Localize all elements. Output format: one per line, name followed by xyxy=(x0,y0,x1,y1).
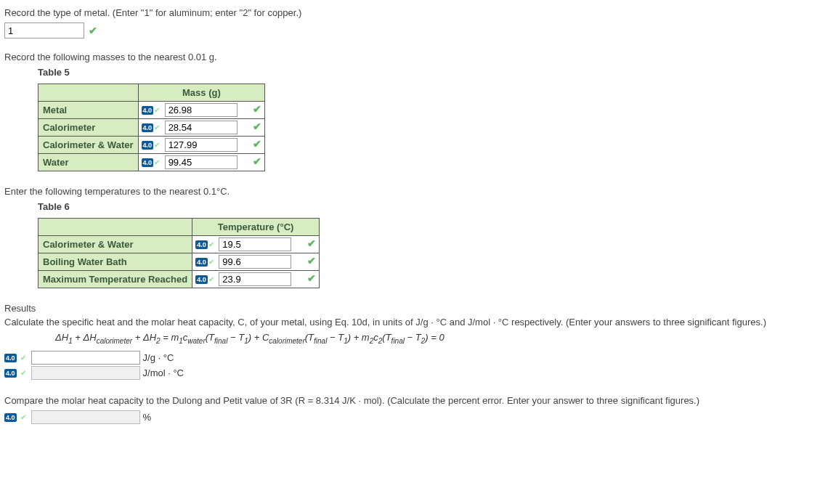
check-icon: ✔ xyxy=(307,272,316,284)
table6-title: Table 6 xyxy=(38,201,824,212)
row-label: Calorimeter & Water xyxy=(38,236,192,253)
table-row: Maximum Temperature Reached 4.0✔ ✔ xyxy=(38,271,320,288)
points-badge: 4.0 xyxy=(195,275,208,284)
results-instruction: Calculate the specific heat and the mola… xyxy=(4,317,824,328)
check-icon: ✔ xyxy=(253,121,261,132)
check-icon: ✔ xyxy=(89,25,97,36)
badge-check-icon: ✔ xyxy=(20,369,26,377)
points-badge: 4.0 xyxy=(142,106,154,115)
table-row: Metal 4.0✔ ✔ xyxy=(38,102,265,119)
badge-check-icon: ✔ xyxy=(154,123,160,131)
points-badge: 4.0 xyxy=(142,158,154,167)
row-label: Maximum Temperature Reached xyxy=(38,271,192,288)
badge-check-icon: ✔ xyxy=(208,275,214,283)
row-label: Boiling Water Bath xyxy=(38,253,192,271)
compare-instruction: Compare the molar heat capacity to the D… xyxy=(4,395,824,406)
points-badge: 4.0 xyxy=(142,141,154,150)
badge-check-icon: ✔ xyxy=(208,258,214,266)
badge-check-icon: ✔ xyxy=(154,158,160,166)
unit-label: J/mol · °C xyxy=(143,367,184,378)
specific-heat-input[interactable] xyxy=(31,351,140,365)
results-heading: Results xyxy=(4,303,824,314)
table-row: Calorimeter 4.0✔ ✔ xyxy=(38,119,265,137)
table5-title: Table 5 xyxy=(38,67,824,78)
points-badge: 4.0 xyxy=(195,240,208,249)
badge-check-icon: ✔ xyxy=(20,413,26,421)
points-badge: 4.0 xyxy=(4,354,17,362)
row-label: Calorimeter & Water xyxy=(38,137,139,154)
row-label: Metal xyxy=(38,102,139,119)
percent-error-input[interactable] xyxy=(31,410,140,424)
badge-check-icon: ✔ xyxy=(20,354,26,362)
temp-cal-water-input[interactable] xyxy=(219,237,291,251)
q1-instruction: Record the type of metal. (Enter "1" for… xyxy=(4,7,824,18)
table5: Mass (g) Metal 4.0✔ ✔ Calorimeter 4.0✔ ✔… xyxy=(38,84,265,171)
table6-header: Temperature (°C) xyxy=(192,219,320,236)
badge-check-icon: ✔ xyxy=(208,240,214,248)
points-badge: 4.0 xyxy=(195,258,208,267)
badge-check-icon: ✔ xyxy=(154,106,160,114)
table-row: Calorimeter & Water 4.0✔ ✔ xyxy=(38,236,320,253)
points-badge: 4.0 xyxy=(4,413,17,422)
table-row: Boiling Water Bath 4.0✔ ✔ xyxy=(38,253,320,271)
metal-type-input[interactable] xyxy=(4,23,84,38)
unit-label: J/g · °C xyxy=(143,352,174,363)
temp-max-input[interactable] xyxy=(219,272,291,286)
molar-heat-input[interactable] xyxy=(31,366,140,380)
row-label: Calorimeter xyxy=(38,119,139,137)
temp-boiling-input[interactable] xyxy=(219,255,291,269)
table-row: Water 4.0✔ ✔ xyxy=(38,154,265,171)
check-icon: ✔ xyxy=(307,237,316,249)
unit-label: % xyxy=(143,412,152,423)
mass-calorimeter-input[interactable] xyxy=(165,121,238,134)
table6: Temperature (°C) Calorimeter & Water 4.0… xyxy=(38,218,320,288)
mass-metal-input[interactable] xyxy=(165,103,238,117)
points-badge: 4.0 xyxy=(4,369,17,378)
mass-water-input[interactable] xyxy=(165,155,238,169)
table5-header: Mass (g) xyxy=(138,84,265,102)
q2-instruction: Record the following masses to the neare… xyxy=(4,52,824,62)
points-badge: 4.0 xyxy=(142,123,154,132)
badge-check-icon: ✔ xyxy=(154,141,160,149)
check-icon: ✔ xyxy=(253,155,261,167)
check-icon: ✔ xyxy=(307,255,316,267)
q3-instruction: Enter the following temperatures to the … xyxy=(4,186,824,197)
row-label: Water xyxy=(38,154,139,171)
check-icon: ✔ xyxy=(253,138,261,150)
mass-cal-water-input[interactable] xyxy=(165,138,238,152)
table-row: Calorimeter & Water 4.0✔ ✔ xyxy=(38,137,265,154)
check-icon: ✔ xyxy=(253,103,261,115)
equation-text: ΔH1 + ΔHcalorimeter + ΔH2 = m1cwater(Tfi… xyxy=(55,332,824,345)
